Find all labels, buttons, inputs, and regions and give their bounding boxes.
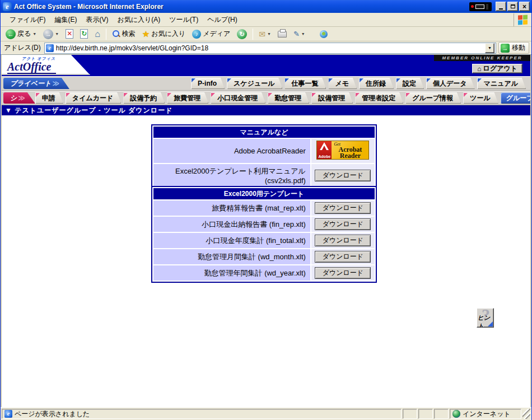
tab-group-active[interactable]: グループ bbox=[501, 92, 531, 104]
menu-favorites[interactable]: お気に入り(A) bbox=[113, 13, 165, 26]
tab-travel-expense[interactable]: 旅費管理 bbox=[167, 92, 208, 104]
media-label: メディア bbox=[203, 29, 230, 39]
resize-grip[interactable] bbox=[522, 409, 530, 419]
menu-help[interactable]: ヘルプ(H) bbox=[203, 13, 242, 26]
tab-admin-settings[interactable]: 管理者設定 bbox=[355, 92, 403, 104]
back-label: 戻る bbox=[17, 29, 31, 39]
tab-facility-management[interactable]: 設備管理 bbox=[311, 92, 353, 104]
record-segment-icon bbox=[486, 4, 488, 10]
logo-text: ActOffice bbox=[7, 60, 56, 74]
minimize-icon bbox=[499, 8, 503, 10]
address-dropdown-button[interactable]: ▼ bbox=[485, 43, 494, 53]
tab-group-info[interactable]: グループ情報 bbox=[405, 92, 461, 104]
edit-button[interactable]: ✎ ▼ bbox=[291, 29, 308, 39]
app-header: アクト オフィス ActOffice MEMBER ONLINE KEEPER … bbox=[2, 55, 530, 76]
template-row-label: 勤怠管理月間集計 (wd_month.xlt) bbox=[153, 249, 310, 264]
record-dot-icon bbox=[471, 5, 474, 8]
history-button[interactable]: ↻ bbox=[234, 28, 250, 40]
download-button[interactable]: ダウンロード bbox=[315, 267, 371, 279]
logout-label: ログアウト bbox=[483, 64, 517, 73]
template-row-label: 勤怠管理年間集計 (wd_year.xlt) bbox=[153, 265, 310, 281]
logout-home-icon: ⌂ bbox=[477, 65, 481, 73]
recorder-indicator bbox=[469, 2, 492, 11]
title-bar: e Act Office System - Microsoft Internet… bbox=[1, 0, 531, 13]
refresh-icon: ↻ bbox=[80, 29, 88, 39]
refresh-button[interactable]: ↻ bbox=[77, 28, 91, 40]
go-button[interactable]: → 移動 bbox=[498, 42, 529, 54]
back-dropdown-icon[interactable]: ▼ bbox=[32, 32, 36, 36]
minimize-button[interactable] bbox=[496, 2, 506, 11]
close-button[interactable]: × bbox=[519, 2, 530, 11]
tab-personal-data[interactable]: 個人データ bbox=[426, 78, 475, 89]
maximize-button[interactable] bbox=[507, 2, 518, 11]
menu-bar: ファイル(F) 編集(E) 表示(V) お気に入り(A) ツール(T) ヘルプ(… bbox=[1, 13, 531, 27]
table-row: 旅費精算報告書 (mat_rep.xlt) ダウンロード bbox=[153, 200, 375, 216]
templates-table: Excel2000用テンプレート 旅費精算報告書 (mat_rep.xlt) ダ… bbox=[151, 186, 377, 283]
edit-dropdown-icon[interactable]: ▼ bbox=[301, 32, 305, 36]
act-office-logo[interactable]: アクト オフィス ActOffice bbox=[2, 55, 90, 75]
tab-settings[interactable]: 設定 bbox=[396, 78, 424, 89]
tab-p-info[interactable]: P-info bbox=[191, 78, 225, 89]
download-button[interactable]: ダウンロード bbox=[315, 218, 371, 230]
download-button[interactable]: ダウンロード bbox=[315, 251, 371, 263]
windows-logo-icon bbox=[514, 13, 531, 26]
mail-button[interactable]: ✉ ▼ bbox=[256, 29, 274, 40]
home-button[interactable]: ⌂ bbox=[92, 29, 103, 40]
search-label: 検索 bbox=[122, 29, 136, 39]
address-input[interactable] bbox=[56, 44, 483, 52]
status-pane bbox=[434, 409, 449, 419]
history-icon: ↻ bbox=[237, 29, 247, 39]
internet-globe-icon bbox=[452, 410, 460, 418]
menu-view[interactable]: 表示(V) bbox=[81, 13, 113, 26]
address-field[interactable]: e ▼ bbox=[44, 43, 496, 54]
tab-tools[interactable]: ツール bbox=[463, 92, 498, 104]
ie-logo-icon: e bbox=[3, 2, 12, 11]
member-online-keeper-strip: MEMBER ONLINE KEEPER bbox=[434, 55, 530, 61]
tab-task-list[interactable]: 仕事一覧 bbox=[284, 78, 326, 89]
favorites-button[interactable]: ★ お気に入り bbox=[139, 28, 188, 40]
chevron-icon: ≫ bbox=[18, 94, 24, 102]
tab-attendance[interactable]: 勤怠管理 bbox=[268, 92, 309, 104]
media-button[interactable]: ♪ メディア bbox=[189, 28, 233, 40]
status-pane bbox=[403, 409, 417, 419]
manual-row-label: Excel2000テンプレート利用マニュアル (csv2xls.pdf) bbox=[153, 164, 310, 187]
tab-schedule[interactable]: スケジュール bbox=[227, 78, 282, 89]
menu-tools[interactable]: ツール(T) bbox=[165, 13, 203, 26]
logout-button[interactable]: ⌂ ログアウト bbox=[472, 64, 522, 73]
hint-button[interactable]: ? ヒント bbox=[477, 308, 494, 328]
print-button[interactable] bbox=[275, 30, 290, 39]
manuals-table-title: マニュアルなど bbox=[153, 127, 375, 138]
stop-button[interactable]: ✕ bbox=[63, 28, 76, 40]
mail-dropdown-icon[interactable]: ▼ bbox=[267, 32, 271, 36]
page-status-icon: e bbox=[4, 410, 12, 418]
download-button[interactable]: ダウンロード bbox=[315, 170, 371, 181]
download-button[interactable]: ダウンロード bbox=[315, 235, 371, 246]
back-button[interactable]: ← 戻る ▼ bbox=[3, 28, 39, 40]
search-button[interactable]: 検索 bbox=[109, 28, 138, 40]
tab-petty-cash[interactable]: 小口現金管理 bbox=[211, 92, 265, 104]
manual-row-label: Adobe AcrobatReader bbox=[153, 139, 310, 163]
status-message: ページが表示されました bbox=[15, 409, 90, 419]
menu-file[interactable]: ファイル(F) bbox=[5, 13, 50, 26]
favorites-star-icon: ★ bbox=[142, 30, 150, 38]
table-row: Adobe AcrobatReader Adobe Get Acrobat Re… bbox=[153, 139, 375, 163]
table-row: 勤怠管理月間集計 (wd_month.xlt) ダウンロード bbox=[153, 249, 375, 264]
tab-timecard[interactable]: タイムカード bbox=[66, 92, 121, 104]
home-icon: ⌂ bbox=[95, 30, 100, 39]
manuals-table: マニュアルなど Adobe AcrobatReader Adobe Get Ac… bbox=[151, 124, 377, 189]
tab-facility-reservation[interactable]: 設備予約 bbox=[123, 92, 165, 104]
record-frame-icon bbox=[475, 4, 484, 9]
tab-address-book[interactable]: 住所録 bbox=[359, 78, 394, 89]
tab-manual[interactable]: マニュアル bbox=[477, 78, 526, 89]
get-acrobat-reader-button[interactable]: Adobe Get Acrobat Reader bbox=[316, 141, 369, 160]
tab-memo[interactable]: メモ bbox=[328, 78, 357, 89]
table-row: 小口現金年度集計 (fin_total.xlt) ダウンロード bbox=[153, 233, 375, 248]
chevron-icon: ≫ bbox=[52, 80, 58, 87]
forward-button[interactable]: → ▼ bbox=[40, 28, 62, 40]
messenger-button[interactable] bbox=[317, 29, 330, 39]
private-banner: プライベート≫ bbox=[3, 78, 69, 89]
download-button[interactable]: ダウンロード bbox=[315, 202, 371, 214]
menu-edit[interactable]: 編集(E) bbox=[50, 13, 81, 26]
forward-dropdown-icon[interactable]: ▼ bbox=[55, 32, 59, 36]
tab-application[interactable]: 申請 bbox=[35, 92, 63, 104]
